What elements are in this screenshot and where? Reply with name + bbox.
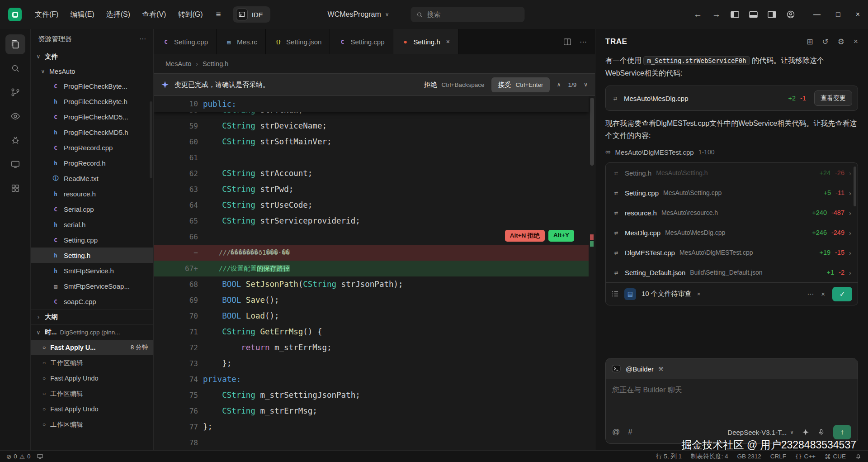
breadcrumb-item[interactable]: MesAuto [165, 60, 191, 67]
file-ReadMe.txt[interactable]: ⓘReadMe.txt [31, 171, 153, 186]
scrollbar-thumb[interactable] [590, 98, 594, 166]
file-Setting.h[interactable]: hSetting.h [31, 248, 153, 263]
menu-view[interactable]: 查看(V) [136, 6, 172, 23]
history-icon[interactable]: ↺ [822, 37, 829, 47]
tab-Setting.cpp[interactable]: CSetting.cpp [330, 29, 393, 54]
changed-file-row[interactable]: ⇄resource.hMesAuto\resource.h+240-487› [606, 203, 858, 223]
next-change-icon[interactable]: ∨ [584, 81, 588, 88]
timeline-section-header[interactable]: ∨ 时... DlgSetting.cpp (pinn... [31, 324, 153, 340]
file-resource.h[interactable]: hresource.h [31, 186, 153, 201]
tab-Setting.cpp[interactable]: CSetting.cpp [154, 29, 217, 54]
send-button[interactable]: ↑ [833, 425, 851, 439]
debug-icon[interactable] [5, 130, 25, 150]
explorer-more-icon[interactable]: ⋯ [139, 35, 146, 43]
accept-all-button[interactable]: ✓ [832, 287, 852, 301]
tab-Mes.rc[interactable]: ▤Mes.rc [217, 29, 266, 54]
card-scrollbar[interactable] [854, 167, 856, 206]
search-panel-icon[interactable] [5, 58, 25, 78]
more-actions-icon[interactable]: ⋯ [807, 290, 814, 298]
editor-scrollbar[interactable] [589, 96, 595, 450]
file-ProgFileCheckMD5.h[interactable]: hProgFileCheckMD5.h [31, 124, 153, 140]
changed-file-row[interactable]: ⇄Setting_Default.jsonBuild\Setting_Defau… [606, 262, 858, 282]
breadcrumb-item[interactable]: Setting.h [203, 60, 228, 67]
new-chat-icon[interactable]: ⊞ [807, 37, 813, 47]
eol-selector[interactable]: CRLF [770, 453, 786, 460]
file-ProgFileCheckByte.h[interactable]: hProgFileCheckByte.h [31, 94, 153, 109]
problems-indicator[interactable]: ⊘0 ⚠0 [6, 453, 30, 460]
changed-file-row[interactable]: ⇄MesDlg.cppMesAuto\MesDlg.cpp+246-249› [606, 223, 858, 243]
file-read-row[interactable]: ∞ MesAuto\DlgMESTest.cpp 1-100 [605, 148, 858, 156]
file-ProgRecord.cpp[interactable]: CProgRecord.cpp [31, 140, 153, 155]
toggle-left-panel-icon[interactable] [731, 11, 739, 18]
context-icon[interactable]: # [628, 428, 632, 437]
project-selector[interactable]: WCMesProgram ∨ [328, 10, 389, 19]
reject-button[interactable]: 拒绝 Ctrl+Backspace [424, 81, 485, 89]
hamburger-menu-icon[interactable]: ≡ [209, 10, 228, 19]
menu-file[interactable]: 文件(F) [29, 6, 64, 23]
change-card[interactable]: ⇄ MesAuto\MesDlg.cpp +2 -1 查看变更 [605, 86, 858, 111]
preview-icon[interactable] [5, 106, 25, 126]
close-panel-icon[interactable]: × [854, 37, 858, 46]
cursor-position[interactable]: 行 5, 列 1 [656, 452, 682, 461]
timeline-item[interactable]: ○Fast Apply Undo [31, 371, 153, 386]
search-input[interactable]: 搜索 [411, 7, 525, 22]
notifications-bell-icon[interactable] [855, 453, 862, 460]
file-ProgRecord.h[interactable]: hProgRecord.h [31, 155, 153, 171]
builder-agent-chip[interactable]: @Builder ⚒ [606, 358, 858, 379]
file-serial.h[interactable]: hserial.h [31, 217, 153, 232]
forward-icon[interactable]: → [712, 10, 721, 19]
microphone-icon[interactable] [817, 429, 825, 436]
split-editor-icon[interactable] [563, 38, 571, 46]
menu-edit[interactable]: 编辑(E) [64, 6, 100, 23]
terminal-icon[interactable] [5, 154, 25, 174]
close-window-button[interactable]: × [856, 10, 860, 19]
dismiss-review-icon[interactable]: × [697, 291, 701, 297]
mention-icon[interactable]: @ [612, 428, 620, 437]
account-icon[interactable] [786, 10, 795, 19]
timeline-item[interactable]: ○工作区编辑 [31, 417, 153, 432]
files-section-header[interactable]: ∨ 文件 [31, 49, 153, 64]
cue-button[interactable]: ⌘CUE [825, 453, 846, 460]
trae-logo-icon[interactable] [8, 8, 22, 21]
agent-tools-icon[interactable]: ⚒ [658, 366, 664, 372]
ide-mode-button[interactable]: IDE [233, 6, 270, 23]
changed-file-row[interactable]: ⇄DlgMESTest.cppMesAuto\DlgMESTest.cpp+19… [606, 243, 858, 262]
model-selector[interactable]: DeepSeek-V3.1-T... ∨ [727, 429, 794, 436]
document-icon[interactable]: ▤ [624, 288, 636, 300]
file-Setting.cpp[interactable]: CSetting.cpp [31, 232, 153, 248]
toggle-right-panel-icon[interactable] [768, 11, 776, 18]
timeline-item[interactable]: ○工作区编辑 [31, 355, 153, 371]
folder-mesauto[interactable]: ∨ MesAuto [31, 64, 153, 78]
language-mode[interactable]: {}C++ [795, 453, 816, 460]
settings-gear-icon[interactable]: ⚙ [838, 37, 844, 47]
file-SmtFtpService.h[interactable]: hSmtFtpService.h [31, 263, 153, 278]
close-icon[interactable]: × [446, 38, 450, 45]
file-Serial.cpp[interactable]: CSerial.cpp [31, 201, 153, 217]
menu-goto[interactable]: 转到(G) [172, 6, 208, 23]
explorer-icon[interactable] [5, 34, 25, 54]
reject-all-icon[interactable]: × [821, 290, 825, 298]
outline-section-header[interactable]: › 大纲 [31, 309, 153, 324]
changed-file-row[interactable]: ⇄Setting.cppMesAuto\Setting.cpp+5-11› [606, 183, 858, 203]
reject-hunk-badge[interactable]: Alt+N 拒绝 [505, 230, 545, 242]
editor-more-icon[interactable]: ⋯ [580, 38, 587, 46]
code-editor[interactable]: 58 CString strTCNum;59 CString strDevice… [154, 96, 595, 450]
changed-file-row[interactable]: ⇄Setting.hMesAuto\Setting.h+24-26› [606, 163, 858, 183]
timeline-item[interactable]: ○Fast Apply U...8 分钟 [31, 340, 153, 355]
file-ProgFileCheckByte...[interactable]: CProgFileCheckByte... [31, 78, 153, 94]
ports-icon[interactable] [37, 453, 43, 460]
prev-change-icon[interactable]: ∧ [557, 81, 561, 88]
chat-message-input[interactable]: 您正在与 Builder 聊天 [606, 379, 858, 421]
tab-Setting.json[interactable]: {}Setting.json [266, 29, 330, 54]
timeline-item[interactable]: ○工作区编辑 [31, 386, 153, 401]
extensions-icon[interactable] [5, 178, 25, 198]
back-icon[interactable]: ← [693, 10, 702, 19]
checklist-icon[interactable] [611, 291, 619, 297]
encoding[interactable]: GB 2312 [737, 453, 761, 460]
toggle-bottom-panel-icon[interactable] [749, 11, 758, 18]
file-ProgFileCheckMD5...[interactable]: CProgFileCheckMD5... [31, 109, 153, 124]
accept-button[interactable]: 接受 Ctrl+Enter [491, 77, 549, 92]
tab-Setting.h[interactable]: ●Setting.h× [393, 29, 458, 54]
tab-size[interactable]: 制表符长度: 4 [691, 452, 728, 461]
file-soapC.cpp[interactable]: CsoapC.cpp [31, 294, 153, 309]
